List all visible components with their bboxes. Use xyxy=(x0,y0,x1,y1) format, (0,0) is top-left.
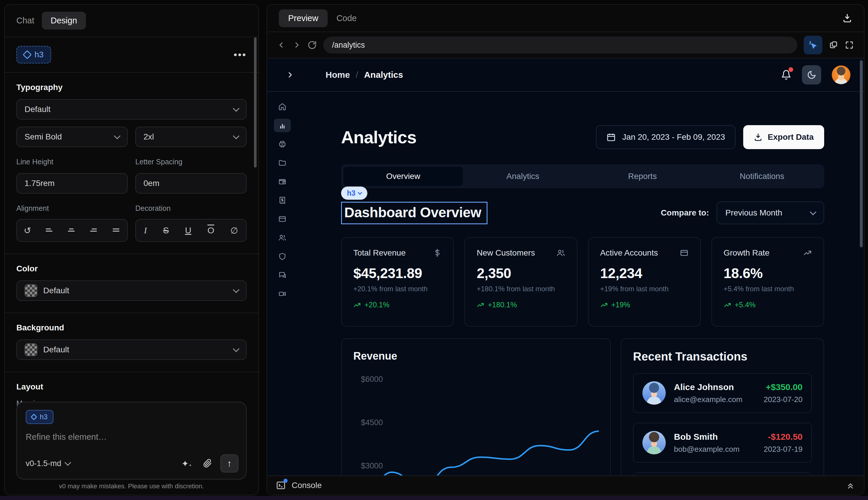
chevron-down-icon xyxy=(233,105,240,112)
layout-section-title: Layout xyxy=(16,382,247,391)
transaction-row[interactable]: Alice Johnson alice@example.com +$350.00… xyxy=(633,373,812,413)
trending-up-icon xyxy=(477,301,484,309)
tab-overview[interactable]: Overview xyxy=(344,167,463,186)
background-select[interactable]: Default xyxy=(16,340,247,360)
no-decoration-icon[interactable]: ∅ xyxy=(230,225,238,236)
typography-section-title: Typography xyxy=(16,83,247,92)
chevrons-up-icon[interactable] xyxy=(846,481,855,490)
font-family-select[interactable]: Default xyxy=(16,99,247,120)
selected-element-badge[interactable]: h3 xyxy=(16,46,51,64)
notifications-bell-icon[interactable] xyxy=(781,70,791,80)
rail-cards[interactable] xyxy=(274,212,291,226)
reset-alignment-icon[interactable]: ↺ xyxy=(24,225,31,236)
underline-icon[interactable]: U xyxy=(185,225,192,235)
chat-chip-label: h3 xyxy=(40,413,48,421)
font-size-value: 2xl xyxy=(143,132,154,141)
tab-chat[interactable]: Chat xyxy=(16,16,34,25)
rail-analytics[interactable] xyxy=(274,119,291,132)
selected-element-row: h3 ••• xyxy=(5,37,258,72)
rail-wallet[interactable] xyxy=(274,175,291,188)
align-left-icon[interactable] xyxy=(45,226,54,235)
design-sidebar: Chat Design h3 ••• Typography Default Se… xyxy=(4,4,259,495)
refine-chat-box[interactable]: h3 Refine this element… v0-1.5-md ✦˖ ↑ xyxy=(16,402,247,479)
copy-icon[interactable] xyxy=(829,41,838,50)
rail-files[interactable] xyxy=(274,156,291,170)
rail-messages[interactable] xyxy=(274,269,291,282)
stat-card-total-revenue[interactable]: Total Revenue $45,231.89 +20.1% from las… xyxy=(341,237,454,327)
stat-card-active-accounts[interactable]: Active Accounts 12,234 +19% from last mo… xyxy=(588,237,701,327)
color-select[interactable]: Default xyxy=(16,281,247,301)
divider xyxy=(5,253,258,254)
stat-subtext: +20.1% from last month xyxy=(353,285,442,293)
rail-security[interactable] xyxy=(274,250,291,263)
app-icon-rail xyxy=(267,92,298,475)
page-bottom-edge xyxy=(0,496,868,500)
transaction-name: Bob Smith xyxy=(674,432,739,442)
date-range-button[interactable]: Jan 20, 2023 - Feb 09, 2023 xyxy=(596,125,736,149)
breadcrumb-home[interactable]: Home xyxy=(326,70,350,80)
tab-design[interactable]: Design xyxy=(42,12,85,30)
tab-analytics[interactable]: Analytics xyxy=(463,167,582,186)
font-weight-value: Semi Bold xyxy=(25,132,62,141)
stat-card-new-customers[interactable]: New Customers 2,350 +180.1% from last mo… xyxy=(464,237,577,327)
tab-code[interactable]: Code xyxy=(336,13,357,23)
sidebar-scrollbar[interactable] xyxy=(254,37,257,168)
rail-users[interactable] xyxy=(274,231,291,245)
font-weight-select[interactable]: Semi Bold xyxy=(16,127,128,147)
chat-input-placeholder[interactable]: Refine this element… xyxy=(26,432,237,442)
sparkles-icon[interactable]: ✦˖ xyxy=(182,458,192,469)
rail-fax[interactable] xyxy=(274,137,291,151)
tab-preview[interactable]: Preview xyxy=(279,9,328,27)
fullscreen-icon[interactable] xyxy=(845,41,854,50)
export-data-button[interactable]: Export Data xyxy=(743,125,824,149)
transaction-row[interactable]: Bob Smith bob@example.com -$120.50 2023-… xyxy=(633,423,812,463)
chat-element-chip[interactable]: h3 xyxy=(26,410,54,424)
app-preview-viewport: Home / Analytics xyxy=(267,58,864,475)
strikethrough-icon[interactable]: S xyxy=(163,225,169,235)
transactions-title: Recent Transactions xyxy=(633,350,812,363)
sidebar-expand-icon[interactable] xyxy=(286,70,294,79)
transaction-row-clipped xyxy=(633,473,812,475)
line-height-value: 1.75rem xyxy=(25,179,55,188)
tab-notifications[interactable]: Notifications xyxy=(702,167,822,186)
element-menu-button[interactable]: ••• xyxy=(233,49,247,60)
rail-video[interactable] xyxy=(274,287,291,300)
user-avatar[interactable] xyxy=(832,66,850,84)
rail-receipts[interactable] xyxy=(274,194,291,207)
letter-spacing-value: 0em xyxy=(143,179,159,188)
preview-scrollbar[interactable] xyxy=(860,60,863,247)
stat-value: $45,231.89 xyxy=(353,265,442,281)
theme-toggle-button[interactable] xyxy=(802,65,821,84)
stat-subtext: +5.4% from last month xyxy=(724,285,812,293)
rail-home[interactable] xyxy=(274,100,291,113)
stat-card-growth-rate[interactable]: Growth Rate 18.6% +5.4% from last month … xyxy=(711,237,824,327)
letter-spacing-input[interactable]: 0em xyxy=(135,173,247,194)
align-right-icon[interactable] xyxy=(89,226,98,235)
model-select[interactable]: v0-1.5-md xyxy=(26,459,70,468)
refresh-icon[interactable] xyxy=(308,41,317,50)
send-button[interactable]: ↑ xyxy=(220,454,239,473)
forward-icon[interactable] xyxy=(292,41,301,49)
back-icon[interactable] xyxy=(277,41,286,49)
decoration-label: Decoration xyxy=(135,204,247,213)
compare-select[interactable]: Previous Month xyxy=(717,202,824,224)
design-select-mode-button[interactable] xyxy=(804,36,822,54)
transaction-avatar xyxy=(643,381,666,405)
background-section-title: Background xyxy=(16,323,247,332)
tab-reports[interactable]: Reports xyxy=(583,167,702,186)
download-icon[interactable] xyxy=(842,13,852,23)
align-justify-icon[interactable] xyxy=(112,226,120,235)
overline-icon[interactable]: O xyxy=(208,225,214,235)
paperclip-icon[interactable] xyxy=(203,459,212,468)
align-center-icon[interactable] xyxy=(67,226,76,235)
font-size-select[interactable]: 2xl xyxy=(135,127,247,147)
line-height-input[interactable]: 1.75rem xyxy=(16,173,128,194)
italic-icon[interactable]: I xyxy=(144,225,147,235)
color-section-title: Color xyxy=(16,264,247,273)
url-input[interactable]: /analytics xyxy=(323,36,797,54)
stat-value: 2,350 xyxy=(477,265,565,281)
breadcrumb-separator: / xyxy=(356,70,358,80)
selection-outline[interactable]: Dashboard Overview xyxy=(341,202,487,224)
selected-element-tag[interactable]: h3 xyxy=(341,186,367,200)
console-bar[interactable]: Console xyxy=(267,475,864,495)
